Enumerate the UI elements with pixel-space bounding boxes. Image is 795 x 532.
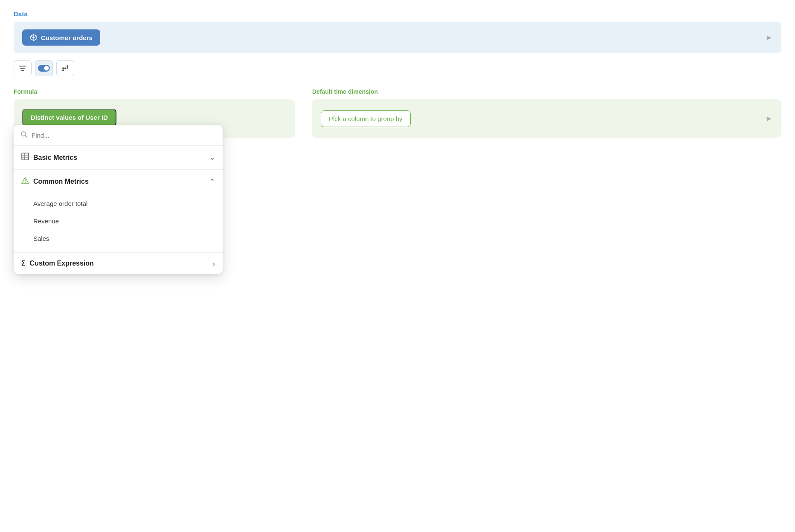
filter-button[interactable] <box>14 60 32 76</box>
basic-metrics-header[interactable]: Basic Metrics ⌄ <box>14 146 223 169</box>
formula-label: Formula <box>14 88 295 95</box>
dimension-chevron-icon: ► <box>765 114 773 123</box>
svg-point-9 <box>67 67 68 69</box>
cube-icon <box>30 34 38 41</box>
common-metrics-label: Common Metrics <box>33 178 89 185</box>
data-source-bar: Customer orders ► <box>14 22 781 53</box>
svg-point-6 <box>64 67 66 69</box>
scatter-icon <box>61 64 69 72</box>
custom-expression-chevron-icon: › <box>213 260 215 267</box>
custom-expression-row[interactable]: Σ Custom Expression › <box>14 253 223 274</box>
formula-box: Distinct values of User ID <box>14 99 295 138</box>
dimension-label: Default time dimension <box>312 88 781 95</box>
dropdown-search-input[interactable] <box>32 132 216 139</box>
svg-line-13 <box>25 136 27 137</box>
common-metrics-collapse-icon: ⌃ <box>209 178 215 185</box>
table-icon <box>21 153 29 162</box>
common-metrics-items: Average order total Revenue Sales <box>14 193 223 252</box>
basic-metrics-section: Basic Metrics ⌄ <box>14 146 223 170</box>
common-metrics-header[interactable]: Common Metrics ⌃ <box>14 170 223 193</box>
data-source-chevron-icon: ► <box>765 33 773 42</box>
svg-point-4 <box>44 66 49 71</box>
customer-orders-button[interactable]: Customer orders <box>22 29 100 46</box>
svg-point-20 <box>25 182 26 183</box>
list-item[interactable]: Average order total <box>14 195 223 212</box>
customer-orders-label: Customer orders <box>41 34 93 41</box>
toggle-icon <box>38 65 50 72</box>
formula-dimension-row: Formula Distinct values of User ID <box>14 88 781 138</box>
chart-icon <box>21 176 29 186</box>
filter-icon <box>19 65 26 72</box>
basic-metrics-chevron-icon: ⌄ <box>209 154 215 162</box>
dimension-box: Pick a column to group by ► <box>312 99 781 138</box>
scatter-button[interactable] <box>56 60 74 76</box>
list-item[interactable]: Revenue <box>14 212 223 230</box>
basic-metrics-label: Basic Metrics <box>33 154 77 162</box>
search-icon <box>20 131 27 139</box>
pick-column-button[interactable]: Pick a column to group by <box>321 110 411 127</box>
toolbar <box>14 60 781 76</box>
svg-point-7 <box>67 65 68 67</box>
toggle-button[interactable] <box>35 60 53 76</box>
data-section-label: Data <box>14 10 781 17</box>
formula-column: Formula Distinct values of User ID <box>14 88 295 138</box>
formula-tag-button[interactable]: Distinct values of User ID <box>22 109 116 126</box>
common-metrics-section: Common Metrics ⌃ Average order total Rev… <box>14 170 223 253</box>
custom-expression-section: Σ Custom Expression › <box>14 253 223 274</box>
dimension-column: Default time dimension Pick a column to … <box>312 88 781 138</box>
svg-rect-14 <box>22 153 29 160</box>
sigma-icon: Σ <box>21 260 26 267</box>
list-item[interactable]: Sales <box>14 230 223 247</box>
formula-dropdown: Basic Metrics ⌄ Com <box>14 125 223 274</box>
custom-expression-label: Custom Expression <box>30 260 94 267</box>
dropdown-search-bar <box>14 125 223 146</box>
